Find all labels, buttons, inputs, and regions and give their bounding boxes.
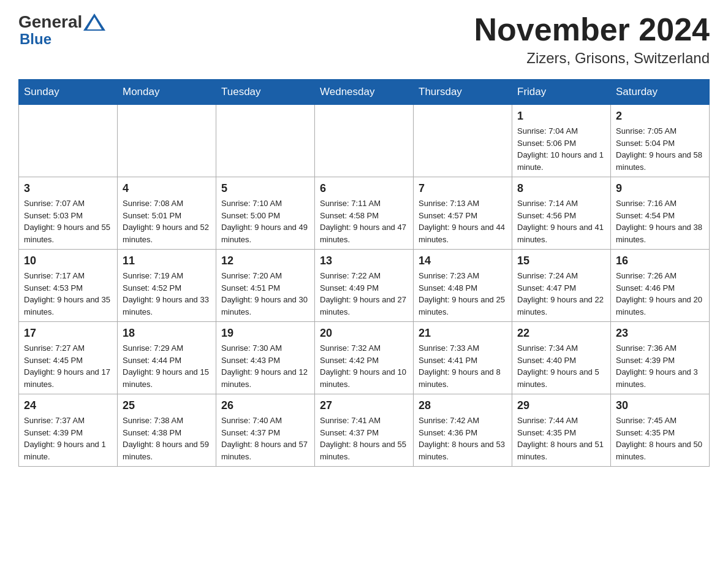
- day-info: Sunrise: 7:22 AMSunset: 4:49 PMDaylight:…: [320, 270, 408, 318]
- day-info: Sunrise: 7:34 AMSunset: 4:40 PMDaylight:…: [517, 342, 605, 390]
- title-area: November 2024 Zizers, Grisons, Switzerla…: [474, 12, 710, 67]
- calendar-cell: 24Sunrise: 7:37 AMSunset: 4:39 PMDayligh…: [19, 394, 118, 467]
- calendar-cell: [315, 105, 414, 177]
- calendar-cell: 10Sunrise: 7:17 AMSunset: 4:53 PMDayligh…: [19, 250, 118, 322]
- col-header-sunday: Sunday: [19, 80, 118, 105]
- logo-general-text: General: [18, 12, 82, 32]
- day-number: 13: [320, 255, 408, 267]
- day-number: 9: [616, 182, 704, 195]
- logo-blue-text: Blue: [20, 31, 51, 48]
- calendar-cell: 3Sunrise: 7:07 AMSunset: 5:03 PMDaylight…: [19, 177, 118, 250]
- day-info: Sunrise: 7:32 AMSunset: 4:42 PMDaylight:…: [320, 342, 408, 390]
- day-info: Sunrise: 7:13 AMSunset: 4:57 PMDaylight:…: [419, 197, 507, 245]
- day-number: 10: [24, 255, 112, 267]
- day-number: 15: [517, 255, 605, 267]
- day-number: 30: [616, 399, 704, 412]
- calendar-cell: 5Sunrise: 7:10 AMSunset: 5:00 PMDaylight…: [216, 177, 315, 250]
- logo: General Blue: [18, 12, 107, 48]
- day-number: 2: [616, 110, 704, 123]
- col-header-tuesday: Tuesday: [216, 80, 315, 105]
- week-row-4: 17Sunrise: 7:27 AMSunset: 4:45 PMDayligh…: [19, 322, 710, 394]
- day-number: 26: [221, 399, 309, 412]
- day-number: 27: [320, 399, 408, 412]
- day-number: 17: [24, 327, 112, 340]
- calendar-cell: 11Sunrise: 7:19 AMSunset: 4:52 PMDayligh…: [118, 250, 216, 322]
- day-info: Sunrise: 7:24 AMSunset: 4:47 PMDaylight:…: [517, 270, 605, 318]
- day-info: Sunrise: 7:23 AMSunset: 4:48 PMDaylight:…: [419, 270, 507, 318]
- day-info: Sunrise: 7:33 AMSunset: 4:41 PMDaylight:…: [419, 342, 507, 390]
- calendar-table: SundayMondayTuesdayWednesdayThursdayFrid…: [18, 79, 710, 467]
- day-info: Sunrise: 7:40 AMSunset: 4:37 PMDaylight:…: [221, 415, 309, 462]
- col-header-wednesday: Wednesday: [315, 80, 414, 105]
- day-info: Sunrise: 7:19 AMSunset: 4:52 PMDaylight:…: [123, 270, 211, 318]
- day-number: 11: [123, 255, 211, 267]
- day-number: 21: [419, 327, 507, 340]
- calendar-cell: 2Sunrise: 7:05 AMSunset: 5:04 PMDaylight…: [611, 105, 710, 177]
- day-info: Sunrise: 7:38 AMSunset: 4:38 PMDaylight:…: [123, 415, 211, 462]
- calendar-cell: [414, 105, 512, 177]
- week-row-5: 24Sunrise: 7:37 AMSunset: 4:39 PMDayligh…: [19, 394, 710, 467]
- day-info: Sunrise: 7:17 AMSunset: 4:53 PMDaylight:…: [24, 270, 112, 318]
- day-number: 28: [419, 399, 507, 412]
- week-row-1: 1Sunrise: 7:04 AMSunset: 5:06 PMDaylight…: [19, 105, 710, 177]
- calendar-cell: 21Sunrise: 7:33 AMSunset: 4:41 PMDayligh…: [414, 322, 512, 394]
- calendar-cell: [216, 105, 315, 177]
- location-title: Zizers, Grisons, Switzerland: [474, 50, 710, 67]
- calendar-cell: 8Sunrise: 7:14 AMSunset: 4:56 PMDaylight…: [512, 177, 611, 250]
- calendar-cell: [118, 105, 216, 177]
- day-info: Sunrise: 7:20 AMSunset: 4:51 PMDaylight:…: [221, 270, 309, 318]
- day-info: Sunrise: 7:08 AMSunset: 5:01 PMDaylight:…: [123, 197, 211, 245]
- col-header-monday: Monday: [118, 80, 216, 105]
- calendar-cell: [19, 105, 118, 177]
- day-number: 18: [123, 327, 211, 340]
- calendar-cell: 30Sunrise: 7:45 AMSunset: 4:35 PMDayligh…: [611, 394, 710, 467]
- calendar-cell: 6Sunrise: 7:11 AMSunset: 4:58 PMDaylight…: [315, 177, 414, 250]
- day-number: 6: [320, 182, 408, 195]
- day-info: Sunrise: 7:37 AMSunset: 4:39 PMDaylight:…: [24, 415, 112, 462]
- day-number: 1: [517, 110, 605, 123]
- day-number: 19: [221, 327, 309, 340]
- calendar-cell: 17Sunrise: 7:27 AMSunset: 4:45 PMDayligh…: [19, 322, 118, 394]
- day-info: Sunrise: 7:36 AMSunset: 4:39 PMDaylight:…: [616, 342, 704, 390]
- day-info: Sunrise: 7:45 AMSunset: 4:35 PMDaylight:…: [616, 415, 704, 462]
- calendar-header-row: SundayMondayTuesdayWednesdayThursdayFrid…: [19, 80, 710, 105]
- page-header: General Blue November 2024 Zizers, Griso…: [18, 12, 710, 67]
- calendar-cell: 19Sunrise: 7:30 AMSunset: 4:43 PMDayligh…: [216, 322, 315, 394]
- calendar-cell: 9Sunrise: 7:16 AMSunset: 4:54 PMDaylight…: [611, 177, 710, 250]
- day-number: 20: [320, 327, 408, 340]
- day-number: 5: [221, 182, 309, 195]
- day-info: Sunrise: 7:30 AMSunset: 4:43 PMDaylight:…: [221, 342, 309, 390]
- calendar-cell: 15Sunrise: 7:24 AMSunset: 4:47 PMDayligh…: [512, 250, 611, 322]
- day-info: Sunrise: 7:27 AMSunset: 4:45 PMDaylight:…: [24, 342, 112, 390]
- calendar-cell: 26Sunrise: 7:40 AMSunset: 4:37 PMDayligh…: [216, 394, 315, 467]
- day-info: Sunrise: 7:07 AMSunset: 5:03 PMDaylight:…: [24, 197, 112, 245]
- calendar-cell: 25Sunrise: 7:38 AMSunset: 4:38 PMDayligh…: [118, 394, 216, 467]
- calendar-cell: 12Sunrise: 7:20 AMSunset: 4:51 PMDayligh…: [216, 250, 315, 322]
- day-number: 3: [24, 182, 112, 195]
- day-info: Sunrise: 7:29 AMSunset: 4:44 PMDaylight:…: [123, 342, 211, 390]
- day-info: Sunrise: 7:42 AMSunset: 4:36 PMDaylight:…: [419, 415, 507, 462]
- calendar-cell: 28Sunrise: 7:42 AMSunset: 4:36 PMDayligh…: [414, 394, 512, 467]
- calendar-cell: 20Sunrise: 7:32 AMSunset: 4:42 PMDayligh…: [315, 322, 414, 394]
- day-number: 14: [419, 255, 507, 267]
- calendar-cell: 16Sunrise: 7:26 AMSunset: 4:46 PMDayligh…: [611, 250, 710, 322]
- day-info: Sunrise: 7:04 AMSunset: 5:06 PMDaylight:…: [517, 125, 605, 173]
- week-row-2: 3Sunrise: 7:07 AMSunset: 5:03 PMDaylight…: [19, 177, 710, 250]
- calendar-cell: 18Sunrise: 7:29 AMSunset: 4:44 PMDayligh…: [118, 322, 216, 394]
- calendar-cell: 22Sunrise: 7:34 AMSunset: 4:40 PMDayligh…: [512, 322, 611, 394]
- col-header-thursday: Thursday: [414, 80, 512, 105]
- day-info: Sunrise: 7:16 AMSunset: 4:54 PMDaylight:…: [616, 197, 704, 245]
- calendar-cell: 23Sunrise: 7:36 AMSunset: 4:39 PMDayligh…: [611, 322, 710, 394]
- day-number: 8: [517, 182, 605, 195]
- logo-flag-icon: [83, 13, 105, 31]
- calendar-cell: 13Sunrise: 7:22 AMSunset: 4:49 PMDayligh…: [315, 250, 414, 322]
- day-number: 7: [419, 182, 507, 195]
- day-number: 29: [517, 399, 605, 412]
- day-number: 4: [123, 182, 211, 195]
- day-number: 25: [123, 399, 211, 412]
- calendar-cell: 4Sunrise: 7:08 AMSunset: 5:01 PMDaylight…: [118, 177, 216, 250]
- day-info: Sunrise: 7:26 AMSunset: 4:46 PMDaylight:…: [616, 270, 704, 318]
- day-info: Sunrise: 7:44 AMSunset: 4:35 PMDaylight:…: [517, 415, 605, 462]
- calendar-cell: 1Sunrise: 7:04 AMSunset: 5:06 PMDaylight…: [512, 105, 611, 177]
- calendar-cell: 7Sunrise: 7:13 AMSunset: 4:57 PMDaylight…: [414, 177, 512, 250]
